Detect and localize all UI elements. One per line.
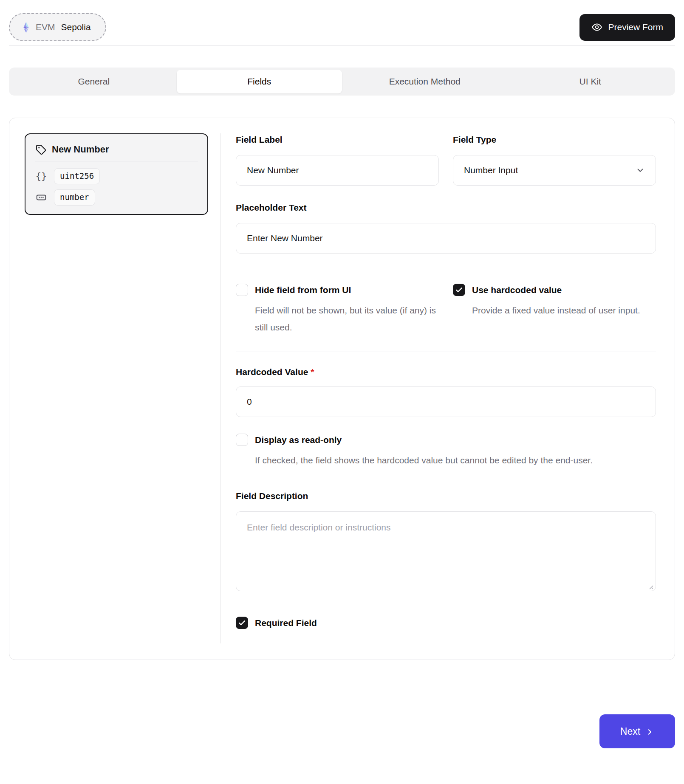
display-readonly-label: Display as read-only: [255, 435, 342, 445]
hide-field-checkbox-row[interactable]: Hide field from form UI: [236, 284, 439, 296]
field-description-label: Field Description: [236, 491, 656, 501]
display-readonly-description: If checked, the field shows the hardcode…: [255, 452, 656, 469]
tab-bar: General Fields Execution Method UI Kit: [9, 68, 675, 96]
next-button-label: Next: [620, 726, 640, 737]
eye-icon: [591, 22, 602, 33]
solidity-type-badge: uint256: [54, 168, 100, 184]
required-asterisk: *: [311, 367, 314, 377]
field-type-label: Field Type: [453, 135, 656, 145]
input-kind-row: number: [35, 189, 198, 206]
field-card-header: New Number: [35, 141, 198, 161]
section-divider: [236, 352, 656, 352]
chevron-down-icon: [636, 166, 645, 175]
header-divider: [9, 45, 675, 46]
field-settings-form: Field Label Field Type Number Input Plac…: [220, 118, 675, 660]
placeholder-text-group: Placeholder Text: [236, 203, 656, 254]
form-builder-page: EVM Sepolia Preview Form General Fields …: [0, 0, 684, 784]
section-divider: [236, 267, 656, 267]
field-label-group: Field Label: [236, 135, 439, 186]
tab-general[interactable]: General: [11, 70, 177, 93]
required-field-label: Required Field: [255, 618, 317, 628]
field-card-title: New Number: [52, 144, 109, 155]
field-type-select[interactable]: Number Input: [453, 155, 656, 186]
ethereum-icon: [23, 22, 30, 33]
field-type-row: {} uint256: [35, 168, 198, 184]
use-hardcoded-group: Use hardcoded value Provide a fixed valu…: [453, 284, 656, 336]
placeholder-text-input[interactable]: [236, 223, 656, 254]
hide-field-description: Field will not be shown, but its value (…: [255, 302, 439, 336]
check-icon: [455, 286, 463, 294]
display-readonly-checkbox-row[interactable]: Display as read-only: [236, 434, 656, 446]
use-hardcoded-label: Use hardcoded value: [472, 285, 562, 295]
tab-fields[interactable]: Fields: [177, 70, 342, 93]
field-label-input[interactable]: [236, 155, 439, 186]
field-list-column: New Number {} uint256: [9, 118, 220, 660]
field-card-new-number[interactable]: New Number {} uint256: [25, 133, 208, 215]
field-description-group: Field Description: [236, 491, 656, 593]
hide-field-label: Hide field from form UI: [255, 285, 351, 295]
braces-icon: {}: [35, 171, 48, 181]
input-kind-badge: number: [54, 189, 95, 206]
check-icon: [238, 619, 246, 627]
display-readonly-group: Display as read-only If checked, the fie…: [236, 434, 656, 469]
network-badge[interactable]: EVM Sepolia: [9, 13, 106, 41]
hardcoded-value-group: Hardcoded Value *: [236, 367, 656, 417]
use-hardcoded-description: Provide a fixed value instead of user in…: [472, 302, 656, 319]
hardcoded-value-input[interactable]: [236, 386, 656, 417]
input-field-icon: [35, 192, 48, 203]
tab-execution-method[interactable]: Execution Method: [342, 70, 508, 93]
fields-panel: New Number {} uint256: [9, 118, 675, 660]
hardcoded-value-label: Hardcoded Value *: [236, 367, 656, 377]
tab-ui-kit[interactable]: UI Kit: [508, 70, 673, 93]
tag-icon: [36, 144, 46, 155]
chevron-right-icon: [645, 728, 654, 736]
preview-form-button[interactable]: Preview Form: [579, 14, 675, 41]
next-button[interactable]: Next: [599, 714, 675, 748]
hide-field-group: Hide field from form UI Field will not b…: [236, 284, 439, 336]
required-field-checkbox[interactable]: [236, 617, 248, 629]
field-type-group: Field Type Number Input: [453, 135, 656, 186]
network-name-label: Sepolia: [61, 22, 91, 32]
field-card-divider: [35, 161, 198, 161]
field-description-textarea[interactable]: [236, 511, 656, 591]
field-label-label: Field Label: [236, 135, 439, 145]
required-field-checkbox-row[interactable]: Required Field: [236, 617, 656, 629]
display-readonly-checkbox[interactable]: [236, 434, 248, 446]
footer: Next: [9, 714, 675, 748]
top-bar: EVM Sepolia Preview Form: [9, 0, 675, 42]
field-type-value: Number Input: [464, 165, 518, 175]
use-hardcoded-checkbox[interactable]: [453, 284, 465, 296]
preview-form-label: Preview Form: [608, 22, 663, 32]
use-hardcoded-checkbox-row[interactable]: Use hardcoded value: [453, 284, 656, 296]
network-chain-label: EVM: [36, 22, 55, 32]
hide-field-checkbox[interactable]: [236, 284, 248, 296]
placeholder-text-label: Placeholder Text: [236, 203, 656, 213]
